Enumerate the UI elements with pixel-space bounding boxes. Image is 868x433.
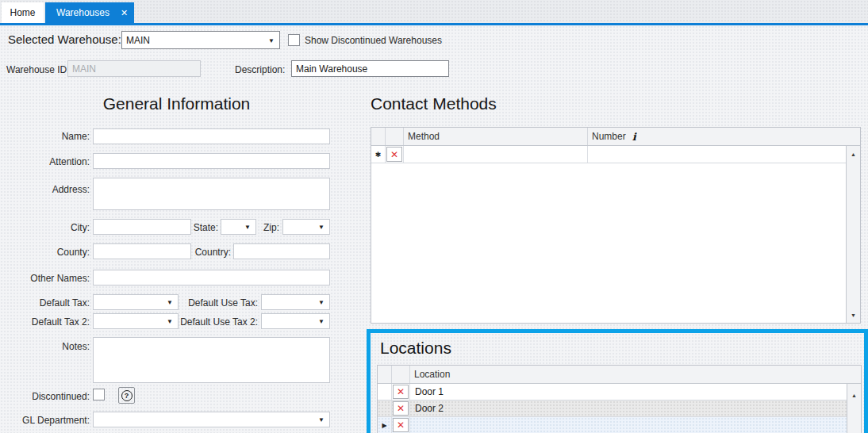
county-label: County: [0,247,90,258]
location-column-header[interactable]: Location [410,366,847,383]
tab-warehouses[interactable]: Warehouses ✕ [45,2,134,23]
number-cell[interactable] [588,146,847,163]
scroll-up-icon[interactable]: ▲ [847,389,861,401]
method-column-header[interactable]: Method [404,128,588,145]
default-tax-2-label: Default Tax 2: [0,316,90,328]
location-cell[interactable] [410,417,847,433]
address-field[interactable] [93,178,330,210]
delete-cell: ✕ [392,384,410,400]
country-field[interactable] [233,243,330,259]
new-row-indicator-icon: ✱ [371,146,386,163]
location-cell[interactable]: Door 1 [410,384,847,400]
info-icon: i [632,131,636,143]
help-icon: ? [121,390,133,401]
chevron-down-icon: ▼ [318,224,325,231]
row-indicator-header [371,128,386,145]
locations-current-row[interactable]: ▶ ✕ [378,417,847,433]
scroll-down-icon[interactable]: ▼ [847,308,860,321]
locations-highlight-panel: Locations Location ✕ Door 1 [367,329,868,433]
contact-methods-grid: Method Number i ✱ ✕ ▲ ▼ [371,127,861,324]
description-label: Description: [235,64,285,75]
address-label: Address: [0,184,90,195]
locations-scrollbar[interactable]: ▲ [847,384,861,433]
delete-icon: ✕ [397,403,405,414]
delete-cell: ✕ [386,146,404,163]
location-column-label: Location [414,369,450,380]
current-row-indicator-icon: ▶ [378,417,392,433]
tab-underline [0,23,868,25]
city-field[interactable] [93,219,191,235]
zip-label: Zip: [252,222,279,233]
county-field[interactable] [93,243,191,259]
country-label: Country: [186,247,231,258]
other-names-label: Other Names: [0,273,90,284]
tab-home-label: Home [10,7,36,18]
row-indicator-cell [378,384,392,400]
help-button[interactable]: ? [118,387,135,404]
warehouse-id-field [67,60,201,77]
general-information-title: General Information [20,94,333,113]
locations-header: Location [378,366,861,384]
tab-warehouses-label: Warehouses [56,7,109,18]
discontinued-checkbox[interactable] [93,389,105,400]
warehouses-window: Home Warehouses ✕ Selected Warehouse: MA… [0,0,868,433]
default-tax-label: Default Tax: [0,297,90,308]
selected-warehouse-dropdown[interactable]: MAIN ▼ [121,31,280,49]
name-field[interactable] [93,128,330,144]
delete-icon: ✕ [397,420,405,431]
show-discontinued-label: Show Discontinued Warehouses [305,35,442,46]
delete-row-button[interactable]: ✕ [393,418,409,432]
warehouse-id-label: Warehouse ID: [6,64,70,75]
state-label: State: [182,222,218,233]
default-use-tax-2-dropdown[interactable]: ▼ [261,313,330,329]
delete-row-button[interactable]: ✕ [393,385,409,399]
gl-department-dropdown[interactable]: ▼ [93,412,330,427]
chevron-down-icon: ▼ [167,299,173,306]
method-cell[interactable] [404,146,588,163]
delete-column-header [386,128,404,145]
delete-cell: ✕ [392,417,410,433]
scroll-up-icon[interactable]: ▲ [847,148,860,160]
default-use-tax-2-label: Default Use Tax 2: [171,316,258,328]
city-label: City: [0,222,90,233]
default-tax-2-dropdown[interactable]: ▼ [93,313,179,329]
delete-icon: ✕ [397,386,405,397]
location-cell[interactable]: Door 2 [410,400,847,416]
notes-label: Notes: [0,341,90,352]
delete-row-button[interactable]: ✕ [386,147,402,162]
row-indicator-header [378,366,392,383]
name-label: Name: [0,131,90,142]
locations-grid: Location ✕ Door 1 ✕ Doo [377,365,862,433]
show-discontinued-checkbox[interactable] [288,34,300,46]
chevron-down-icon: ▼ [318,318,325,325]
delete-column-header [392,366,410,383]
notes-field[interactable] [93,337,330,383]
contact-methods-scrollbar[interactable]: ▲ ▼ [846,146,860,323]
method-column-label: Method [408,131,440,142]
locations-row-door-2[interactable]: ✕ Door 2 [378,400,847,417]
state-dropdown[interactable]: ▼ [221,219,256,235]
number-column-header[interactable]: Number i [588,128,847,145]
selected-warehouse-value: MAIN [126,35,150,46]
delete-cell: ✕ [392,400,410,416]
attention-label: Attention: [0,156,90,167]
contact-methods-header: Method Number i [371,128,860,146]
discontinued-label: Discontinued: [0,391,90,402]
close-tab-icon[interactable]: ✕ [121,8,128,18]
locations-row-door-1[interactable]: ✕ Door 1 [378,384,847,400]
contact-methods-new-row[interactable]: ✱ ✕ [371,146,847,163]
delete-row-button[interactable]: ✕ [393,401,409,416]
attention-field[interactable] [93,153,330,169]
contact-methods-title: Contact Methods [371,94,497,113]
default-use-tax-dropdown[interactable]: ▼ [261,294,330,310]
tab-home[interactable]: Home [2,2,44,23]
zip-dropdown[interactable]: ▼ [282,219,330,235]
tab-bar: Home Warehouses ✕ [0,0,868,23]
gl-department-label: GL Department: [0,415,90,426]
chevron-down-icon: ▼ [268,36,275,44]
other-names-field[interactable] [93,270,330,285]
default-use-tax-label: Default Use Tax: [179,297,258,308]
description-field[interactable] [291,60,449,77]
chevron-down-icon: ▼ [318,416,325,423]
default-tax-dropdown[interactable]: ▼ [93,294,179,310]
